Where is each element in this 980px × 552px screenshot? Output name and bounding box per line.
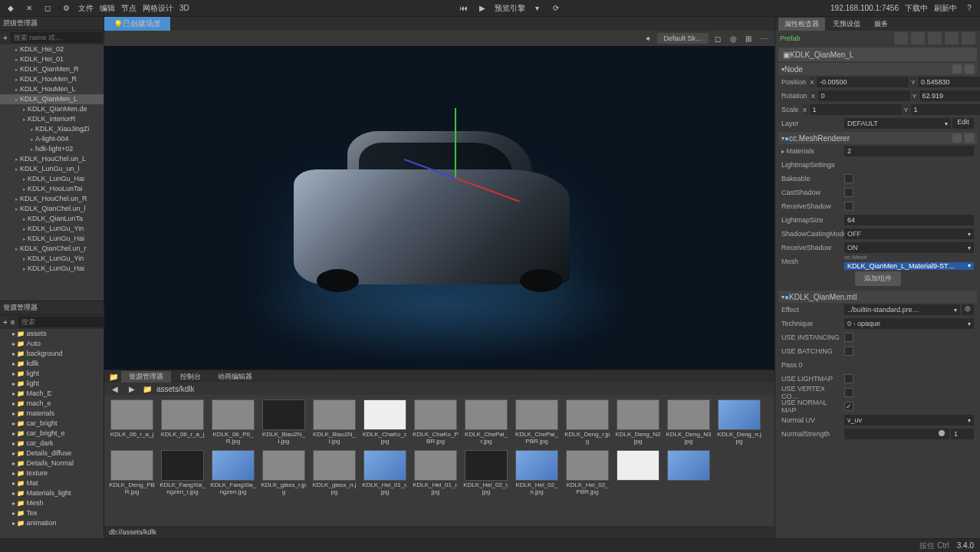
nav-fwd-icon[interactable]: ▶ xyxy=(126,383,138,395)
tree-item[interactable]: A-light-004 xyxy=(0,134,104,144)
dropdown-icon[interactable]: ▾ xyxy=(531,2,544,15)
tree-item[interactable]: KDLK_HouLunTai xyxy=(0,184,104,194)
asset-item[interactable]: KDLK_glass_r.jpg xyxy=(261,450,307,496)
folder-item[interactable]: materials xyxy=(0,409,104,419)
tree-item[interactable]: KDLK_HouChel.un_L xyxy=(0,154,104,164)
asset-item[interactable]: KDLK_Deng_N3jpg xyxy=(666,399,712,445)
folder-item[interactable]: Materials_light xyxy=(0,488,104,498)
folder-item[interactable]: Auto xyxy=(0,339,104,349)
hierarchy-tree[interactable]: KDLK_Hei_02KDLK_Hei_01KDLK_QianMen_RKDLK… xyxy=(0,44,104,297)
asset-item[interactable]: KDLK_Hei_01_r.jpg xyxy=(413,450,459,496)
scale-y-input[interactable] xyxy=(911,104,980,115)
folder-item[interactable]: assets xyxy=(0,329,104,339)
tree-item[interactable]: KDLK_LunGu_Hai xyxy=(0,234,104,244)
close-icon[interactable]: ✕ xyxy=(23,2,35,15)
ns-slider[interactable] xyxy=(844,429,949,439)
more-icon[interactable]: ⋯ xyxy=(758,32,770,44)
tab-inspector[interactable]: 属性检查器 xyxy=(778,18,825,31)
folder-item[interactable]: car_bright xyxy=(0,419,104,429)
asset-item[interactable]: KDLK_06_r_a_j xyxy=(109,399,155,445)
asset-item[interactable]: KDLK_ChePai_r.jpg xyxy=(463,399,509,445)
pos-y-input[interactable] xyxy=(918,77,980,87)
reload-label[interactable]: 刷新中 xyxy=(934,3,957,14)
back-icon[interactable]: ◻ xyxy=(41,2,54,15)
tb-btn-2[interactable] xyxy=(911,32,925,44)
tree-item[interactable]: KDLK_QianMen.de xyxy=(0,104,104,114)
tree-item[interactable]: KDLK_Hei_01 xyxy=(0,54,104,64)
menu-mesh[interactable]: 网格设计 xyxy=(143,3,173,14)
play-icon[interactable]: ▶ xyxy=(476,2,488,15)
viewport-3d[interactable] xyxy=(104,46,774,370)
asset-item[interactable]: KDLK_Biao2N_l.jpg xyxy=(311,399,357,445)
folder-item[interactable]: Details_Normal xyxy=(0,458,104,468)
tb-btn-3[interactable] xyxy=(928,32,942,44)
asset-item[interactable] xyxy=(666,450,712,496)
material-header[interactable]: ● KDLK_QianMen.mtl xyxy=(778,291,977,303)
tree-item[interactable]: hdk-light+02 xyxy=(0,144,104,154)
tree-item[interactable]: KDLK_QianChel.un_r xyxy=(0,244,104,254)
effect-select[interactable]: ../builtin-standard.pre… xyxy=(844,304,960,315)
tree-item[interactable]: KDLK_LunGu_Hai xyxy=(0,264,104,274)
asset-item[interactable]: KDLK_ChaKo_PBR.jpg xyxy=(413,399,459,445)
help-icon[interactable] xyxy=(952,64,962,74)
asset-item[interactable]: KDLK_Deng_N2jpg xyxy=(615,399,661,445)
menu-node[interactable]: 节点 xyxy=(121,3,136,14)
tree-item[interactable]: KDLK_HouMen_L xyxy=(0,84,104,94)
download-label[interactable]: 下载中 xyxy=(905,3,928,14)
scale-x-input[interactable] xyxy=(810,104,902,115)
ab-tab-console[interactable]: 控制台 xyxy=(173,371,209,383)
asset-item[interactable]: KDLK_Deng_PBR.jpg xyxy=(109,450,155,496)
tree-item[interactable]: KDLK_LunGu_Yin xyxy=(0,254,104,264)
hierarchy-search-input[interactable] xyxy=(11,32,103,43)
menu-edit[interactable]: 编辑 xyxy=(100,3,115,14)
asset-item[interactable]: KDLK_06_P0_R.jpg xyxy=(210,399,256,445)
nuv-select[interactable]: v_uv xyxy=(844,415,974,426)
ns-input[interactable] xyxy=(951,429,974,439)
help-icon[interactable] xyxy=(952,133,962,143)
tree-item[interactable]: KDLK_QianMen_L xyxy=(0,94,104,104)
folder-item[interactable]: kdlk xyxy=(0,359,104,369)
play-mode-label[interactable]: 预览引擎 xyxy=(495,3,525,14)
folder-item[interactable]: light xyxy=(0,379,104,389)
rewind-icon[interactable]: ⏮ xyxy=(458,2,470,15)
tree-item[interactable]: KDLK_QianLunTa xyxy=(0,214,104,224)
folder-item[interactable]: Mat xyxy=(0,478,104,488)
asset-item[interactable]: KDLK_Deng_r.jpg xyxy=(564,399,610,445)
castshadow-checkbox[interactable] xyxy=(844,188,853,197)
effect-locate-icon[interactable]: ◎ xyxy=(962,304,974,315)
pass-row[interactable]: Pass 0 xyxy=(778,358,977,372)
rot-y-input[interactable] xyxy=(919,90,980,101)
tab-service[interactable]: 服务 xyxy=(868,18,894,31)
ab-path-text[interactable]: assets/kdlk xyxy=(156,385,194,393)
asset-item[interactable]: KDLK_06_r_a_j xyxy=(159,399,206,445)
pos-x-input[interactable] xyxy=(817,77,909,87)
menu-3d[interactable]: 3D xyxy=(179,4,189,12)
tree-item[interactable]: KDLK_QianChel.un_l xyxy=(0,204,104,214)
gizmo-y-axis[interactable] xyxy=(455,108,456,177)
tree-item[interactable]: KDLK_QianMen_R xyxy=(0,64,104,74)
asset-item[interactable]: KDLK_Biao2N_l.jpg xyxy=(261,399,307,445)
uvc-checkbox[interactable] xyxy=(844,388,853,397)
assets-tree[interactable]: assetsAutobackgroundkdlklightlightMach_E… xyxy=(0,329,104,538)
tree-item[interactable]: KDLK_interiorR xyxy=(0,114,104,124)
tree-item[interactable]: KDLK_HouChel.un_R xyxy=(0,194,104,204)
folder-item[interactable]: animation xyxy=(0,518,104,528)
gear-icon[interactable] xyxy=(965,133,974,143)
grid-icon[interactable]: ⊞ xyxy=(742,32,755,44)
asset-item[interactable]: KDLK_Hei_01_r.jpg xyxy=(362,450,408,496)
folder-item[interactable]: Mesh xyxy=(0,498,104,508)
folder-item[interactable]: mach_e xyxy=(0,399,104,409)
ub-checkbox[interactable] xyxy=(844,347,853,356)
folder-icon[interactable]: 📁 xyxy=(107,370,120,383)
ui-checkbox[interactable] xyxy=(844,333,853,342)
help-icon[interactable]: ? xyxy=(963,2,975,15)
asset-item[interactable]: KDLK_Hei_02_r.jpg xyxy=(463,450,509,496)
bakeable-checkbox[interactable] xyxy=(844,174,853,183)
lightmap-settings-row[interactable]: LightmapSettings xyxy=(778,158,977,172)
folder-item[interactable]: car_dark xyxy=(0,439,104,449)
materials-count-input[interactable] xyxy=(844,146,974,156)
layer-select[interactable]: DEFAULT xyxy=(844,118,951,129)
ul-checkbox[interactable] xyxy=(844,374,853,383)
asset-item[interactable]: KDLK_FangXia_ngzen_r.jpg xyxy=(159,450,206,496)
mesh-renderer-header[interactable]: ● cc.MeshRenderer xyxy=(778,132,977,144)
